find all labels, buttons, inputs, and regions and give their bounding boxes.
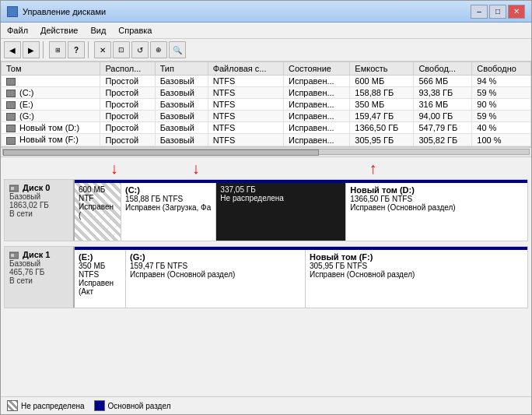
disk1-partition-g[interactable]: (G:) 159,47 ГБ NTFS Исправен (Основной р… [126, 247, 306, 308]
disk-icon [6, 113, 16, 121]
table-row: (C:) Простой Базовый NTFS Исправен... 15… [2, 87, 531, 99]
toolbar: ◀ ▶ ⊞ ? ✕ ⊡ ↺ ⊕ 🔍 [1, 39, 531, 62]
forward-button[interactable]: ▶ [23, 41, 40, 58]
title-bar: Управление дисками – □ ✕ [1, 1, 531, 23]
disk0-partition-unalloc[interactable]: 337,05 ГБ Не распределена [216, 180, 346, 241]
legend-unallocated: Не распределена [7, 400, 85, 411]
disk1-partition-e[interactable]: (E:) 350 МБ NTFS Исправен (Акт [75, 247, 126, 308]
menu-bar: Файл Действие Вид Справка [1, 23, 531, 39]
disk-icon [6, 78, 16, 86]
back-button[interactable]: ◀ [4, 41, 21, 58]
search-button[interactable]: 🔍 [169, 41, 186, 58]
disk1-row: Диск 1 Базовый 465,76 ГБ В сети (E:) 350… [4, 246, 528, 308]
legend-primary: Основной раздел [94, 400, 171, 411]
col-capacity[interactable]: Емкость [350, 62, 414, 76]
format-button[interactable]: ⊡ [113, 41, 130, 58]
disk0-partitions: 600 МБ NTF Исправен ( (C:) 158,88 ГБ NTF… [75, 180, 527, 241]
disk-icon [6, 137, 16, 145]
menu-help[interactable]: Справка [112, 24, 158, 37]
disk0-partition-d[interactable]: Новый том (D:) 1366,50 ГБ NTFS Исправен … [346, 180, 527, 241]
help-button[interactable]: ? [68, 41, 85, 58]
menu-file[interactable]: Файл [1, 24, 34, 37]
table-row: Простой Базовый NTFS Исправен... 600 МБ … [2, 76, 531, 87]
disk1-info: Диск 1 Базовый 465,76 ГБ В сети [5, 247, 75, 308]
window-title: Управление дисками [23, 7, 106, 16]
disk1-icon [9, 251, 19, 259]
col-type[interactable]: Тип [155, 62, 208, 76]
legend-blue-box [94, 400, 105, 411]
disk0-type: Базовый [9, 192, 68, 201]
disk0-partition-1[interactable]: 600 МБ NTF Исправен ( [75, 180, 121, 241]
menu-action[interactable]: Действие [34, 24, 84, 37]
show-all-button[interactable]: ⊞ [49, 41, 66, 58]
delete-button[interactable]: ✕ [94, 41, 111, 58]
volume-table-container[interactable]: Том Распол... Тип Файловая с... Состояни… [1, 62, 531, 148]
refresh-button[interactable]: ↺ [131, 41, 149, 58]
main-content: Том Распол... Тип Файловая с... Состояни… [1, 62, 531, 414]
disk0-info: Диск 0 Базовый 1863,02 ГБ В сети [5, 180, 75, 241]
maximize-button[interactable]: □ [489, 5, 506, 19]
minimize-button[interactable]: – [471, 5, 488, 19]
arrows-disk0: ↓ ↓ ↑ [74, 160, 528, 179]
volume-table: Том Распол... Тип Файловая с... Состояни… [1, 62, 531, 146]
disk0-name: Диск 0 [9, 183, 68, 192]
arrow-icon-3: ↑ [369, 160, 377, 176]
close-button[interactable]: ✕ [508, 5, 525, 19]
col-status[interactable]: Состояние [284, 62, 350, 76]
toolbar-sep-1 [43, 41, 46, 58]
col-freepct[interactable]: Свободно [472, 62, 531, 76]
table-row: Новый том (D:) Простой Базовый NTFS Испр… [2, 122, 531, 134]
table-row: (E:) Простой Базовый NTFS Исправен... 35… [2, 99, 531, 111]
table-row: (G:) Простой Базовый NTFS Исправен... 15… [2, 111, 531, 122]
arrow-icon-1: ↓ [110, 160, 118, 176]
disk0-status: В сети [9, 209, 68, 218]
disk1-partition-f[interactable]: Новый том (F:) 305,95 ГБ NTFS Исправен (… [306, 247, 527, 308]
col-volume[interactable]: Том [2, 62, 100, 76]
toolbar-sep-2 [88, 41, 91, 58]
col-free[interactable]: Свобод... [414, 62, 472, 76]
col-layout[interactable]: Распол... [100, 62, 155, 76]
title-buttons: – □ ✕ [471, 5, 525, 19]
table-scrollbar[interactable] [1, 148, 531, 157]
disk0-size: 1863,02 ГБ [9, 201, 68, 209]
disk1-name: Диск 1 [9, 250, 68, 259]
disk-visual-area: ↓ ↓ ↑ Диск 0 Базовый 1863,02 ГБ В сети [1, 157, 531, 396]
rescan-button[interactable]: ⊕ [150, 41, 167, 58]
legend: Не распределена Основной раздел [1, 396, 531, 414]
legend-hatched-box [7, 400, 18, 411]
disk-icon [6, 90, 16, 97]
legend-primary-label: Основной раздел [108, 402, 171, 410]
disk0-icon [9, 185, 19, 192]
disk0-partition-c[interactable]: (C:) 158,88 ГБ NTFS Исправен (Загрузка, … [121, 180, 216, 241]
disk1-type: Базовый [9, 259, 68, 268]
main-window: Управление дисками – □ ✕ Файл Действие В… [0, 0, 532, 415]
disk0-row: Диск 0 Базовый 1863,02 ГБ В сети 600 МБ … [4, 179, 528, 241]
table-row: Новый том (F:) Простой Базовый NTFS Испр… [2, 134, 531, 146]
disk1-size: 465,76 ГБ [9, 268, 68, 276]
legend-unallocated-label: Не распределена [21, 402, 85, 410]
svg-rect-1 [11, 187, 14, 190]
disk-icon [6, 101, 16, 109]
menu-view[interactable]: Вид [84, 24, 112, 37]
disk1-status: В сети [9, 276, 68, 285]
svg-rect-3 [11, 254, 14, 257]
disk1-partitions: (E:) 350 МБ NTFS Исправен (Акт (G:) 159,… [75, 247, 527, 308]
disk-icon [6, 125, 16, 132]
window-icon [7, 6, 18, 17]
col-fs[interactable]: Файловая с... [208, 62, 283, 76]
arrow-icon-2: ↓ [192, 160, 200, 176]
